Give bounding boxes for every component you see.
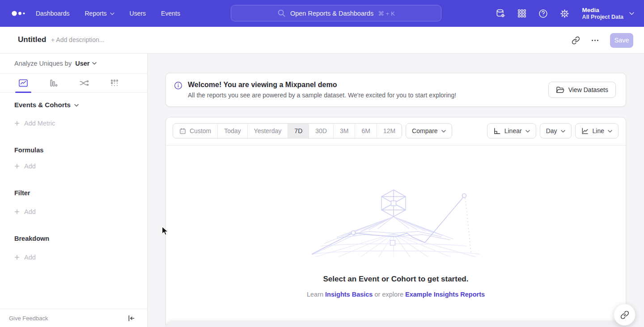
project-switcher[interactable]: Media All Project Data	[582, 6, 634, 21]
chevron-down-icon	[629, 12, 634, 15]
date-range-segmented-control: Custom Today Yesterday 7D 30D 3M 6M 12M	[173, 123, 402, 138]
add-filter-button[interactable]: Add	[14, 208, 36, 215]
welcome-subtitle: All the reports you see are powered by a…	[188, 91, 456, 100]
tab-scatter[interactable]	[105, 74, 124, 92]
date-range-12m-label: 12M	[383, 127, 395, 134]
breakdown-section-header: Breakdown	[14, 235, 49, 242]
empty-state-title: Select an Event or Cohort to get started…	[166, 275, 626, 284]
search-shortcut-hint: ⌘ + K	[378, 10, 395, 17]
plus-icon	[14, 164, 20, 169]
add-breakdown-label: Add	[24, 254, 36, 261]
welcome-title: Welcome! You are viewing a Mixpanel demo	[188, 80, 456, 90]
tab-insights-line[interactable]	[13, 74, 33, 92]
insights-basics-link[interactable]: Insights Basics	[325, 291, 373, 298]
events-cohorts-title: Events & Cohorts	[14, 101, 71, 109]
apps-grid-icon[interactable]	[517, 8, 527, 18]
chevron-down-icon	[110, 13, 114, 15]
chart-type-label: Line	[593, 127, 604, 134]
project-scope: All Project Data	[582, 14, 623, 21]
date-range-custom[interactable]: Custom	[173, 124, 218, 138]
collapse-sidebar-icon[interactable]	[127, 315, 135, 322]
add-metric-button[interactable]: Add Metric	[14, 120, 55, 127]
give-feedback-link[interactable]: Give Feedback	[9, 315, 48, 322]
settings-gear-icon[interactable]	[559, 8, 570, 19]
date-range-6m[interactable]: 6M	[355, 124, 377, 138]
data-management-icon[interactable]	[496, 8, 506, 19]
chart-display-controls: Linear Day Line	[487, 123, 619, 138]
top-navigation-bar: Dashboards Reports Users Events Open Rep…	[0, 0, 644, 27]
empty-state-illustration	[311, 189, 481, 258]
add-filter-label: Add	[24, 208, 36, 215]
date-range-custom-label: Custom	[190, 127, 211, 134]
analyze-uniques-row: Analyze Uniques by User	[0, 54, 147, 74]
add-breakdown-button[interactable]: Add	[14, 254, 36, 261]
nav-label-dashboards: Dashboards	[36, 10, 70, 17]
date-range-yesterday[interactable]: Yesterday	[248, 124, 288, 138]
nav-label-events: Events	[161, 10, 180, 17]
report-title[interactable]: Untitled	[18, 35, 46, 44]
breakdown-title: Breakdown	[14, 235, 49, 242]
top-nav-actions: Media All Project Data	[496, 0, 634, 27]
insights-report-card: Custom Today Yesterday 7D 30D 3M 6M 12M …	[165, 117, 626, 327]
more-options-icon[interactable]	[591, 36, 599, 45]
date-range-3m[interactable]: 3M	[334, 124, 355, 138]
chevron-down-icon	[441, 130, 446, 133]
bar-chart-tab-icon	[49, 78, 59, 88]
copy-link-icon[interactable]	[572, 36, 580, 45]
events-cohorts-section-header[interactable]: Events & Cohorts	[14, 101, 79, 109]
date-range-today[interactable]: Today	[218, 124, 247, 138]
chart-type-dropdown[interactable]: Line	[575, 123, 619, 138]
nav-item-users[interactable]: Users	[130, 10, 146, 17]
interval-dropdown[interactable]: Day	[540, 123, 572, 138]
mixpanel-logo-icon[interactable]	[11, 9, 29, 17]
report-description-placeholder[interactable]: + Add description...	[51, 36, 104, 43]
date-range-30d[interactable]: 30D	[309, 124, 334, 138]
interval-label: Day	[546, 127, 557, 134]
visualization-tabs	[0, 74, 147, 92]
scale-dropdown[interactable]: Linear	[487, 123, 536, 138]
plus-icon	[14, 209, 20, 214]
chart-controls-row: Custom Today Yesterday 7D 30D 3M 6M 12M …	[173, 123, 619, 138]
compare-label: Compare	[412, 127, 438, 134]
tab-flow[interactable]	[74, 74, 94, 92]
chevron-down-icon	[561, 130, 565, 133]
analyze-by-value: User	[75, 60, 89, 67]
primary-nav-items: Dashboards Reports Users Events	[36, 0, 180, 27]
view-datasets-button[interactable]: View Datasets	[548, 82, 616, 98]
line-chart-tab-icon	[18, 78, 28, 88]
nav-item-dashboards[interactable]: Dashboards	[36, 10, 70, 17]
hint-middle-text: or explore	[374, 291, 403, 298]
nav-item-reports[interactable]: Reports	[85, 10, 114, 17]
folder-icon	[556, 86, 564, 94]
help-icon[interactable]	[538, 8, 548, 19]
global-search-input[interactable]: Open Reports & Dashboards ⌘ + K	[231, 5, 441, 21]
search-icon	[277, 9, 286, 17]
date-range-12m[interactable]: 12M	[377, 124, 402, 138]
hint-learn-text: Learn	[307, 291, 323, 298]
search-placeholder: Open Reports & Dashboards	[290, 10, 373, 17]
floating-share-link-button[interactable]	[614, 304, 636, 326]
flow-tab-icon	[79, 78, 89, 88]
chevron-down-icon	[608, 130, 612, 133]
date-range-6m-label: 6M	[361, 127, 370, 134]
info-icon	[174, 81, 182, 90]
date-range-3m-label: 3M	[340, 127, 348, 134]
save-button[interactable]: Save	[610, 33, 633, 48]
example-reports-link[interactable]: Example Insights Reports	[405, 291, 485, 298]
compare-dropdown[interactable]: Compare	[406, 123, 452, 138]
formulas-section-header: Formulas	[14, 147, 43, 154]
date-range-7d[interactable]: 7D	[288, 124, 309, 138]
date-range-7d-label: 7D	[294, 127, 302, 134]
tab-bar-chart[interactable]	[44, 74, 64, 92]
report-header-actions: Save	[572, 27, 633, 54]
report-header-bar: Untitled + Add description... Save	[0, 27, 644, 54]
axis-scale-icon	[493, 127, 501, 135]
line-chart-icon	[581, 127, 589, 135]
next-section-card-edge	[166, 321, 625, 327]
main-content-area: Welcome! You are viewing a Mixpanel demo…	[148, 54, 644, 327]
sidebar-footer: Give Feedback	[0, 309, 147, 327]
analyze-by-dropdown[interactable]: User	[75, 60, 97, 67]
filter-title: Filter	[14, 189, 30, 197]
nav-item-events[interactable]: Events	[161, 10, 180, 17]
add-formula-button[interactable]: Add	[14, 163, 36, 170]
